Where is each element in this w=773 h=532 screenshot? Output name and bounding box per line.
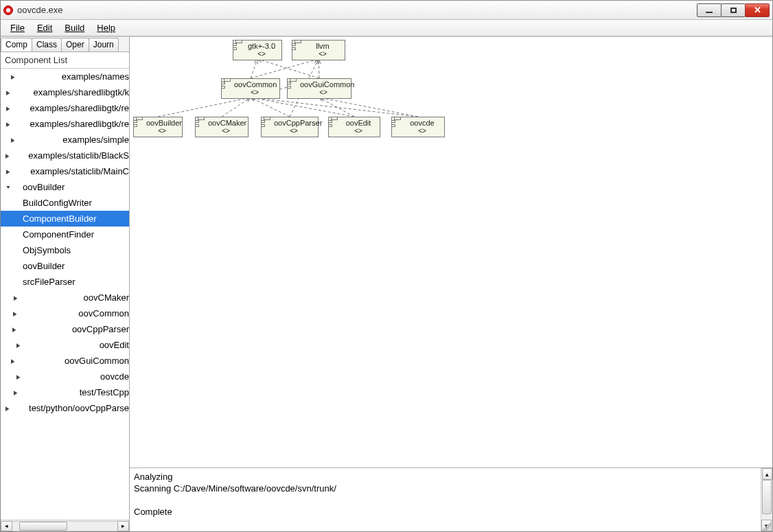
chevron-right-icon[interactable]: [3, 104, 20, 112]
tab-comp[interactable]: Comp: [1, 38, 32, 51]
chevron-right-icon[interactable]: [3, 167, 21, 175]
chevron-right-icon[interactable]: [3, 373, 91, 380]
resize-grip-icon[interactable]: [762, 521, 772, 531]
tree-item-label: test/python/oovCppParse: [29, 403, 129, 413]
window-buttons: ✕: [697, 3, 770, 17]
diagram-edges: [130, 37, 772, 467]
node-stereotype: <>: [404, 127, 440, 135]
chevron-right-icon[interactable]: [3, 310, 69, 317]
chevron-down-icon[interactable]: [3, 183, 13, 191]
tree-item[interactable]: ObjSymbols: [1, 242, 129, 258]
hscrollbar[interactable]: ◂ ▸: [1, 520, 129, 531]
maximize-button[interactable]: [721, 3, 746, 17]
svg-line-6: [222, 97, 251, 117]
chevron-right-icon[interactable]: [3, 152, 19, 159]
chevron-right-icon[interactable]: [3, 73, 52, 80]
node-name: oovCppParser: [274, 119, 314, 127]
hscroll-thumb[interactable]: [19, 522, 67, 531]
tree-item[interactable]: ComponentBuilder: [1, 211, 129, 227]
chevron-right-icon[interactable]: [3, 89, 24, 96]
tree-item-label: oovBuilder: [23, 182, 65, 192]
node-name: oovBuilder: [146, 119, 178, 127]
vscroll-thumb[interactable]: [762, 480, 772, 514]
output-pane: Analyzing Scanning C:/Dave/Mine/software…: [130, 468, 772, 531]
tree-item[interactable]: ComponentFinder: [1, 227, 129, 242]
diagram-node[interactable]: gtk+-3.0<>: [233, 40, 282, 60]
tree-item-label: ComponentFinder: [23, 229, 94, 240]
scroll-up-button[interactable]: ▴: [762, 468, 772, 480]
tree-item[interactable]: examples/sharedlibgtk/k: [1, 84, 129, 100]
menubar: File Edit Build Help: [1, 20, 772, 36]
diagram-node[interactable]: oovCMaker<>: [195, 117, 249, 137]
tree-item-label: srcFileParser: [23, 277, 76, 287]
tree-item[interactable]: test/python/oovCppParse: [1, 400, 129, 416]
menu-file[interactable]: File: [5, 21, 30, 34]
diagram-node[interactable]: oovBuilder<>: [133, 117, 183, 137]
tree-item[interactable]: oovBuilder: [1, 258, 129, 274]
diagram-canvas[interactable]: gtk+-3.0<>llvm<>oovCommon<>oovGuiCommon<…: [130, 37, 772, 468]
tree-item-label: examples/names: [62, 71, 129, 82]
diagram-node[interactable]: oovGuiCommon<>: [287, 78, 351, 99]
node-name: oovCMaker: [208, 119, 244, 127]
diagram-node[interactable]: oovCppParser<>: [261, 117, 319, 137]
svg-line-10: [251, 97, 354, 117]
output-text[interactable]: Analyzing Scanning C:/Dave/Mine/software…: [130, 468, 761, 531]
tree-item-label: test/TestCpp: [80, 387, 129, 397]
tree-item[interactable]: examples/staticlib/MainC: [1, 163, 129, 179]
tree-item[interactable]: oovBuilder: [1, 179, 129, 195]
vscroll-track[interactable]: [762, 480, 772, 520]
tree-item-label: ComponentBuilder: [23, 213, 97, 224]
chevron-right-icon[interactable]: [3, 357, 55, 365]
diagram-node[interactable]: oovEdit<>: [328, 117, 380, 137]
minimize-button[interactable]: [697, 3, 722, 17]
hscroll-track[interactable]: [12, 521, 117, 531]
chevron-right-icon[interactable]: [3, 294, 74, 301]
tree-item[interactable]: oovCppParser: [1, 321, 129, 337]
node-stereotype: <>: [341, 127, 376, 135]
node-stereotype: <>: [234, 89, 275, 97]
close-button[interactable]: ✕: [745, 3, 770, 17]
menu-help[interactable]: Help: [91, 21, 121, 34]
chevron-right-icon[interactable]: [3, 389, 70, 396]
tree-item[interactable]: oovcde: [1, 369, 129, 384]
tree-item[interactable]: examples/sharedlibgtk/re: [1, 100, 129, 116]
main: Comp Class Oper Journ Component List exa…: [1, 36, 772, 531]
node-name: oovGuiCommon: [300, 80, 347, 89]
tree-item[interactable]: test/TestCpp: [1, 384, 129, 400]
chevron-right-icon[interactable]: [3, 404, 19, 412]
tree-item-label: oovCommon: [78, 308, 129, 319]
tree-item[interactable]: oovGuiCommon: [1, 353, 129, 369]
tab-journ[interactable]: Journ: [89, 38, 119, 51]
component-tree[interactable]: examples/namesexamples/sharedlibgtk/kexa…: [1, 69, 129, 520]
chevron-right-icon[interactable]: [3, 341, 90, 349]
menu-build[interactable]: Build: [59, 21, 90, 34]
tree-item[interactable]: oovEdit: [1, 337, 129, 353]
node-stereotype: <>: [208, 127, 244, 135]
svg-line-9: [319, 97, 354, 117]
diagram-node[interactable]: oovcde<>: [391, 117, 445, 137]
tree-item[interactable]: oovCMaker: [1, 290, 129, 305]
tab-oper[interactable]: Oper: [61, 38, 89, 51]
diagram-node[interactable]: llvm<>: [292, 40, 345, 60]
scroll-right-button[interactable]: ▸: [117, 521, 129, 531]
tree-item[interactable]: srcFileParser: [1, 274, 129, 290]
svg-line-12: [251, 97, 418, 117]
tree-item[interactable]: examples/sharedlibgtk/re: [1, 116, 129, 132]
tree-item[interactable]: examples/names: [1, 69, 129, 84]
chevron-right-icon[interactable]: [3, 325, 62, 333]
scroll-left-button[interactable]: ◂: [1, 521, 12, 531]
tree-item[interactable]: BuildConfigWriter: [1, 195, 129, 211]
chevron-right-icon[interactable]: [3, 136, 53, 143]
tree-item[interactable]: oovCommon: [1, 305, 129, 321]
tab-class[interactable]: Class: [32, 38, 62, 51]
menu-edit[interactable]: Edit: [32, 21, 58, 34]
diagram-node[interactable]: oovCommon<>: [221, 78, 280, 99]
tree-item[interactable]: examples/simple: [1, 132, 129, 148]
node-stereotype: <>: [274, 127, 314, 135]
tree-item-label: oovCMaker: [84, 292, 129, 303]
svg-line-1: [257, 59, 319, 78]
node-stereotype: <>: [300, 89, 347, 97]
chevron-right-icon[interactable]: [3, 120, 20, 128]
left-tabs: Comp Class Oper Journ: [1, 37, 129, 52]
tree-item[interactable]: examples/staticlib/BlackS: [1, 148, 129, 163]
